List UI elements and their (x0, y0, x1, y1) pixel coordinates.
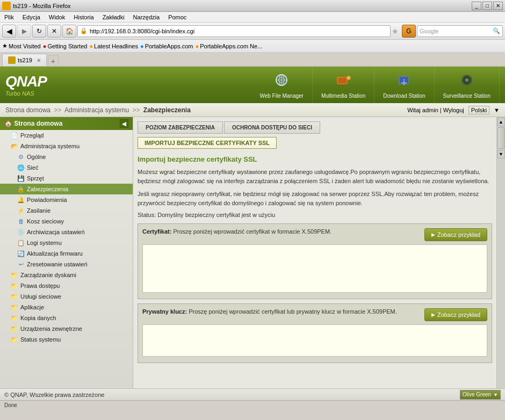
tab-title: ts219 (18, 57, 32, 63)
nav-web-file-manager[interactable]: Web File Manager (251, 67, 313, 103)
section-title: Importuj bezpieczne certyfikaty SSL (138, 155, 492, 163)
sidebar-access-label: Prawa dostępu (20, 283, 60, 289)
qnap-subtitle-text: Turbo NAS (5, 90, 34, 97)
breadcrumb-admin[interactable]: Administracja systemu (64, 106, 129, 114)
sidebar-item-power[interactable]: ⚡ Zasilanie (0, 205, 133, 216)
sidebar-item-recycle[interactable]: 🗑 Kosz sieciowy (0, 216, 133, 227)
stop-button[interactable]: ✕ (47, 25, 61, 38)
google-icon[interactable]: G (402, 25, 416, 38)
sidebar-item-hardware[interactable]: 💾 Sprzęt (0, 173, 133, 184)
sidebar-item-reset[interactable]: ↩ Zresetowanie ustawień (0, 259, 133, 270)
sidebar-item-firmware[interactable]: 🔄 Aktualizacja firmwaru (0, 248, 133, 259)
sidebar-item-system-status[interactable]: 📁 Status systemu (0, 334, 133, 345)
sidebar-collapse-button[interactable]: ◀ (120, 119, 128, 128)
sub-tab-ssl[interactable]: IMPORTUJ BEZPIECZNE CERTYFIKATY SSL (138, 137, 277, 149)
breadcrumb-home[interactable]: Strona domowa (5, 106, 50, 114)
sidebar-item-backup-settings[interactable]: 💿 Archiwizacja ustawień (0, 227, 133, 237)
sidebar-item-general[interactable]: ⚙ Ogólne (0, 151, 133, 162)
power-icon: ⚡ (17, 207, 25, 214)
maximize-button[interactable]: □ (482, 2, 492, 10)
content-tabs: POZIOM ZABEZPIECZENIA OCHRONA DOSTĘPU DO… (138, 121, 492, 134)
bookmark-portableapps2[interactable]: ● PortableApps.com Ne... (196, 43, 263, 49)
menu-help[interactable]: Pomoc (166, 13, 189, 21)
tab-favicon (8, 56, 16, 64)
tab-network-access[interactable]: OCHRONA DOSTĘPU DO SIECI (224, 121, 320, 134)
breadcrumb-sep1: >> (54, 106, 61, 114)
sidebar-item-backup[interactable]: 📁 Kopia danych (0, 313, 133, 323)
bookmark-getting-started[interactable]: ● Getting Started (43, 43, 88, 49)
minimize-button[interactable]: _ (472, 2, 481, 10)
surveillance-station-label: Surveillance Station (443, 93, 490, 99)
cert-view-example-button[interactable]: Zobacz przykład (424, 228, 487, 241)
sidebar-backup-label: Kopia danych (20, 315, 56, 321)
menu-history[interactable]: Historia (71, 13, 96, 21)
menu-bookmarks[interactable]: Zakładki (100, 13, 127, 21)
sidebar-item-disk-mgmt[interactable]: 📁 Zarządzanie dyskami (0, 270, 133, 280)
search-bar[interactable]: Google 🔍 (417, 25, 503, 37)
sub-tab-ssl-label: IMPORTUJ BEZPIECZNE CERTYFIKATY SSL (145, 140, 270, 146)
description-2: Jeśli wgrasz niepoprawny certyfikat, nie… (138, 190, 492, 207)
menu-tools[interactable]: Narzędzia (131, 13, 162, 21)
sidebar-item-access-rights[interactable]: 📁 Prawa dostępu (0, 280, 133, 291)
bookmark-most-visited[interactable]: ★ Most Visited (2, 42, 41, 49)
download-station-icon (394, 71, 414, 91)
sidebar-system-status-label: Status systemu (20, 336, 61, 343)
tab-close-button[interactable]: ✕ (37, 57, 41, 63)
home-button[interactable]: 🏠 (62, 25, 76, 38)
nav-multimedia-station[interactable]: Multimedia Station (313, 67, 374, 103)
qnap-header: QNAP Turbo NAS Web File Manager (0, 67, 505, 103)
applications-folder-icon: 📁 (11, 303, 18, 311)
theme-name: Olive Green (463, 392, 491, 397)
new-tab-button[interactable]: + (48, 55, 59, 66)
menu-file[interactable]: Plik (2, 13, 16, 21)
nav-bar: ◀ ▶ ↻ ✕ 🏠 🔒 http://192.168.0.3:8080/cgi-… (0, 23, 505, 40)
theme-selector: Olive Green ▼ (460, 390, 501, 400)
window-controls[interactable]: _ □ ✕ (472, 2, 503, 10)
qnap-logo: QNAP Turbo NAS (5, 73, 47, 97)
content-scroll[interactable]: POZIOM ZABEZPIECZENIA OCHRONA DOSTĘPU DO… (133, 117, 496, 388)
cert-textarea[interactable] (142, 244, 487, 293)
sidebar-item-external-devices[interactable]: 📁 Urządzenia zewnętrzne (0, 323, 133, 334)
sidebar-disk-label: Zarządzanie dyskami (20, 272, 76, 278)
lang-arrow-icon[interactable]: ▼ (494, 107, 500, 113)
recycle-icon: 🗑 (17, 218, 25, 225)
key-view-example-button[interactable]: Zobacz przykład (424, 308, 487, 321)
tab-security-level[interactable]: POZIOM ZABEZPIECZENIA (138, 121, 223, 134)
sidebar-item-admin-system[interactable]: 📂 Administracja systemu (0, 141, 133, 151)
breadcrumb-bar: Strona domowa >> Administracja systemu >… (0, 103, 505, 117)
key-textarea[interactable] (142, 324, 487, 357)
sidebar-item-system-logs[interactable]: 📋 Logi systemu (0, 237, 133, 248)
back-button[interactable]: ◀ (2, 25, 16, 38)
external-folder-icon: 📁 (11, 325, 18, 332)
right-scrollbar[interactable]: ▲ ▼ (496, 117, 505, 388)
scrollbar-thumb[interactable] (497, 127, 505, 149)
close-button[interactable]: ✕ (493, 2, 503, 10)
menu-edit[interactable]: Edycja (20, 13, 42, 21)
bookmark-portableapps[interactable]: ● PortableApps.com (140, 43, 193, 49)
sidebar-item-network[interactable]: 🌐 Sieć (0, 162, 133, 173)
sidebar-header: 🏠 Strona domowa ◀ (0, 117, 133, 130)
nav-download-station[interactable]: Download Station (374, 67, 434, 103)
sidebar-general-label: Ogólne (27, 154, 46, 160)
bookmark-headlines[interactable]: ● Latest Headlines (89, 43, 138, 49)
browser-tab-ts219[interactable]: ts219 ✕ (2, 54, 47, 66)
most-visited-icon: ★ (2, 42, 8, 49)
sidebar-item-overview[interactable]: 📄 Przegląd (0, 130, 133, 141)
address-bar[interactable]: 🔒 http://192.168.0.3:8080/cgi-bin/index.… (77, 25, 391, 37)
sidebar-item-security[interactable]: 🔒 Zabezpieczenia (0, 184, 133, 194)
portableapps-icon: ● (140, 43, 144, 49)
theme-dropdown[interactable]: Olive Green ▼ (460, 390, 501, 400)
getting-started-icon: ● (43, 43, 47, 49)
sidebar-item-network-services[interactable]: 📁 Usługi sieciowe (0, 291, 133, 302)
nav-surveillance-station[interactable]: Surveillance Station (435, 67, 500, 103)
sidebar-firmware-label: Aktualizacja firmwaru (27, 250, 83, 257)
menu-view[interactable]: Widok (47, 13, 68, 21)
sidebar-applications-label: Aplikacje (20, 304, 44, 310)
refresh-button[interactable]: ↻ (32, 25, 46, 38)
headlines-icon: ● (89, 43, 93, 49)
bookmark-star-icon[interactable]: ★ (392, 27, 399, 35)
sidebar-item-notifications[interactable]: 🔔 Powiadomienia (0, 194, 133, 205)
multimedia-station-icon (334, 71, 353, 91)
forward-button[interactable]: ▶ (17, 25, 31, 38)
sidebar-item-applications[interactable]: 📁 Aplikacje (0, 302, 133, 313)
